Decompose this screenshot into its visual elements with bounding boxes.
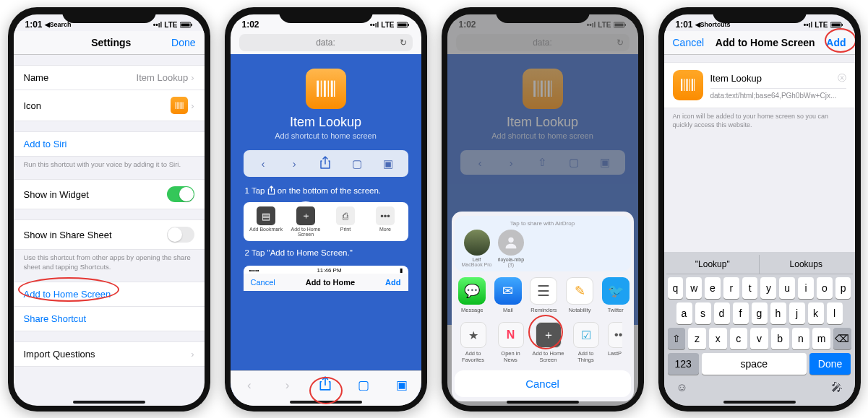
cancel-button[interactable]: Cancel [673,37,705,48]
share-icon[interactable] [317,376,333,394]
share-message[interactable]: 💬Message [457,277,488,313]
share-mail[interactable]: ✉︎Mail [493,277,523,313]
key[interactable]: v [750,328,768,349]
key[interactable]: m [812,328,830,349]
action-lastpass[interactable]: •••LastP [608,322,622,363]
key[interactable]: a [676,302,692,324]
key[interactable]: w [686,277,702,299]
share-reminders[interactable]: ☰Reminders [529,277,559,313]
svg-rect-33 [686,79,687,92]
action-things[interactable]: ☑︎Add to Things [570,322,602,363]
add-button[interactable]: Add [826,37,846,48]
key[interactable]: g [752,302,768,324]
status-indicators: ••ılLTE [153,21,193,29]
keyboard-suggestions: "Lookup" Lookups [666,255,853,274]
navbar: Cancel Add to Home Screen Add [664,31,855,55]
key[interactable]: e [705,277,721,299]
key[interactable]: k [808,302,824,324]
suggestion[interactable]: Lookups [760,255,853,274]
svg-rect-6 [180,102,181,109]
bookmarks-icon: ▢ [349,157,365,170]
share-actions-row: ★Add to Favorites NOpen in News ＋Add to … [453,316,632,366]
key[interactable]: i [798,277,814,299]
key[interactable]: h [770,302,786,324]
suggestion[interactable]: "Lookup" [666,255,760,274]
svg-rect-29 [831,23,840,26]
key[interactable]: b [771,328,789,349]
shift-key[interactable]: ⇧ [668,328,686,349]
step-1-text: 1 Tap on the bottom of the screen. [242,183,410,198]
share-twitter[interactable]: 🐦Twitter [601,277,631,313]
shortcut-name-input[interactable] [710,71,838,85]
show-in-widget-row[interactable]: Show in Widget [14,179,205,209]
share-shortcut-button[interactable]: Share Shortcut [14,307,205,331]
key[interactable]: p [835,277,851,299]
space-key[interactable]: space [702,353,807,375]
add-to-home-screen-button[interactable]: Add to Home Screen [14,282,205,307]
airdrop-section: Tap to share with AirDrop Leif MacBook P… [455,216,631,271]
key[interactable]: q [668,277,684,299]
key[interactable]: c [730,328,748,349]
key[interactable]: n [792,328,810,349]
clear-icon[interactable]: ⓧ [838,72,846,84]
key[interactable]: j [789,302,805,324]
key[interactable]: y [760,277,776,299]
svg-rect-1 [181,23,189,26]
key[interactable]: z [688,328,706,349]
page-title: Settings [91,37,131,48]
add-to-siri-button[interactable]: Add to Siri [14,131,205,157]
import-questions-row[interactable]: Import Questions › [14,341,205,367]
url-display: data:text/html;base64,PGh0bWw+Cjx... [710,88,846,100]
svg-rect-11 [408,24,409,26]
breadcrumb-back[interactable]: ◀ Search [45,21,72,28]
key[interactable]: s [695,302,711,324]
mini-toolbar-illustration: ‹ › ▢ ▣ [244,150,408,177]
key[interactable]: r [723,277,739,299]
share-sheet-toggle[interactable] [167,227,194,243]
reload-icon[interactable]: ↻ [400,38,407,48]
dictation-key[interactable]: 🎤︎ [831,381,843,394]
key[interactable]: o [817,277,833,299]
form-footer-note: An icon will be added to your home scree… [664,113,855,129]
shortcut-icon [306,69,346,109]
share-notability[interactable]: ✎Notability [564,277,595,313]
bookmarks-icon[interactable]: ▢ [356,378,371,393]
keyboard: "Lookup" Lookups qwertyuiop asdfghjkl ⇧ … [664,252,855,406]
done-key[interactable]: Done [809,353,851,375]
status-time: 1:01 [25,19,43,30]
cancel-button[interactable]: Cancel [455,370,631,397]
key[interactable]: l [827,302,843,324]
key[interactable]: f [733,302,749,324]
share-apps-row: 💬Message ✉︎Mail ☰Reminders ✎Notability 🐦… [453,271,632,316]
back-icon[interactable]: ‹ [241,378,257,393]
print-action: ⎙Print [326,206,366,237]
done-button[interactable]: Done [171,37,195,48]
airdrop-person[interactable]: Leif MacBook Pro [462,230,492,267]
instruction-content: Item Lookup Add shortcut to home screen … [231,54,421,401]
step-2-text: 2 Tap "Add to Home Screen." [242,245,410,260]
numbers-key[interactable]: 123 [668,353,699,375]
action-favorites[interactable]: ★Add to Favorites [457,322,489,363]
svg-point-27 [508,238,513,243]
action-news[interactable]: NOpen in News [495,322,527,363]
show-in-share-sheet-row[interactable]: Show in Share Sheet [14,219,205,250]
key[interactable]: x [709,328,727,349]
icon-row[interactable]: Icon › [14,90,205,121]
url-bar[interactable]: data: ↻ [239,34,413,51]
key[interactable]: t [742,277,758,299]
svg-rect-17 [334,81,335,97]
airdrop-person[interactable]: rloyola-mbp (3) [498,230,525,267]
name-row[interactable]: Name Item Lookup› [14,65,205,90]
instruction-title: Item Lookup [242,115,410,130]
form-card: ⓧ data:text/html;base64,PGh0bWw+Cjx... [664,62,855,108]
key[interactable]: u [779,277,795,299]
action-add-to-home[interactable]: ＋Add to Home Screen [533,322,564,363]
widget-toggle[interactable] [167,186,194,202]
emoji-key[interactable]: ☺ [676,381,688,394]
backspace-key[interactable]: ⌫ [833,328,851,349]
back-icon: ‹ [255,157,271,170]
key[interactable]: d [714,302,730,324]
forward-icon: › [286,157,302,170]
forward-icon[interactable]: › [280,378,296,393]
tabs-icon[interactable]: ▣ [394,378,410,393]
